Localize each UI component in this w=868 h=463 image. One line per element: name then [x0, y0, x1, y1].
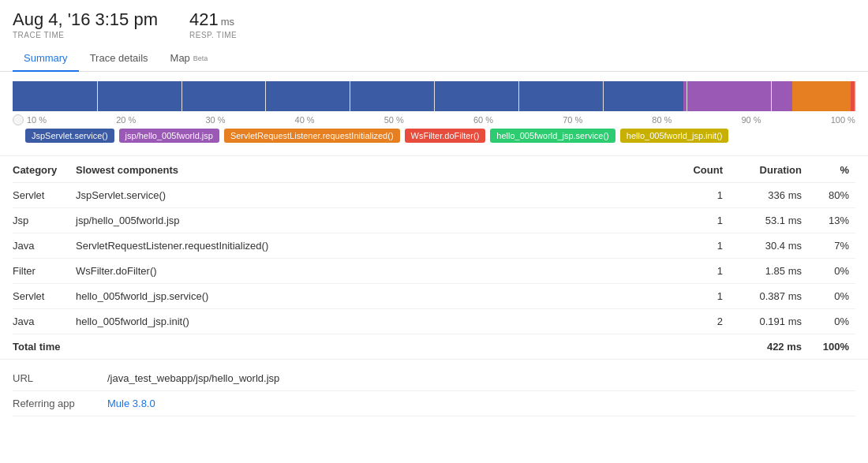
legend-item[interactable]: jsp/hello_005fworld.jsp: [119, 129, 219, 143]
cell-duration: 336 ms: [729, 183, 808, 208]
legend-item[interactable]: WsFilter.doFilter(): [405, 129, 486, 143]
axis-tick-10: 10 %: [27, 115, 47, 125]
total-count-empty: [666, 334, 729, 360]
cell-percent: 0%: [808, 309, 855, 334]
axis-tick-20: 20 %: [116, 115, 136, 125]
resp-time-unit: ms: [221, 16, 234, 28]
chart-area: 10 % 20 % 30 % 40 % 50 % 60 % 70 % 80 % …: [0, 72, 868, 155]
axis-tick-30: 30 %: [205, 115, 225, 125]
bar-track: [13, 81, 855, 111]
trace-time-label: TRACE TIME: [13, 31, 158, 39]
meta-row: URL/java_test_webapp/jsp/hello_world.jsp: [13, 366, 855, 391]
cell-duration: 1.85 ms: [729, 259, 808, 284]
cell-percent: 80%: [808, 183, 855, 208]
tab-trace-details[interactable]: Trace details: [79, 46, 159, 72]
resp-time-label: RESP. TIME: [189, 31, 237, 39]
cell-count: 1: [666, 208, 729, 233]
axis-tick-40: 40 %: [295, 115, 315, 125]
legend-item[interactable]: JspServlet.service(): [25, 129, 114, 143]
cell-percent: 0%: [808, 284, 855, 309]
cell-percent: 7%: [808, 233, 855, 259]
resp-time-number: 421: [189, 9, 219, 30]
th-percent: %: [808, 156, 855, 183]
table-row: Java ServletRequestListener.requestIniti…: [13, 233, 855, 259]
table-row: Java hello_005fworld_jsp.init() 2 0.191 …: [13, 309, 855, 334]
cell-component: jsp/hello_005fworld.jsp: [76, 208, 666, 233]
table-row: Filter WsFilter.doFilter() 1 1.85 ms 0%: [13, 259, 855, 284]
meta-section: URL/java_test_webapp/jsp/hello_world.jsp…: [0, 359, 868, 423]
meta-label: Referring app: [13, 398, 107, 409]
axis-tick-60: 60 %: [473, 115, 493, 125]
meta-value[interactable]: Mule 3.8.0: [107, 398, 155, 409]
cell-category: Jsp: [13, 208, 76, 233]
meta-value: /java_test_webapp/jsp/hello_world.jsp: [107, 372, 279, 384]
data-table: Category Slowest components Count Durati…: [13, 156, 855, 359]
total-percent: 100%: [808, 334, 855, 360]
cell-count: 1: [666, 183, 729, 208]
cell-count: 2: [666, 309, 729, 334]
cell-component: WsFilter.doFilter(): [76, 259, 666, 284]
bar-segment: [792, 81, 851, 111]
cell-count: 1: [666, 259, 729, 284]
cell-percent: 13%: [808, 208, 855, 233]
tab-summary[interactable]: Summary: [13, 46, 79, 72]
cell-count: 1: [666, 284, 729, 309]
legend-item[interactable]: hello_005fworld_jsp.init(): [620, 129, 729, 143]
th-count: Count: [666, 156, 729, 183]
trace-time-block: Aug 4, '16 3:15 pm TRACE TIME: [13, 9, 158, 39]
meta-label: URL: [13, 372, 107, 384]
axis-tick-100: 100 %: [831, 115, 855, 125]
total-label: Total time: [13, 334, 76, 360]
table-row: Jsp jsp/hello_005fworld.jsp 1 53.1 ms 13…: [13, 208, 855, 233]
cell-component: hello_005fworld_jsp.service(): [76, 284, 666, 309]
table-area: Category Slowest components Count Durati…: [0, 156, 868, 359]
cell-component: hello_005fworld_jsp.init(): [76, 309, 666, 334]
bar-segment: [13, 81, 683, 111]
table-row: Servlet hello_005fworld_jsp.service() 1 …: [13, 284, 855, 309]
cell-count: 1: [666, 233, 729, 259]
cell-category: Servlet: [13, 183, 76, 208]
table-row: Servlet JspServlet.service() 1 336 ms 80…: [13, 183, 855, 208]
bar-chart: 10 % 20 % 30 % 40 % 50 % 60 % 70 % 80 % …: [13, 81, 855, 121]
resp-time-block: 421 ms RESP. TIME: [189, 9, 237, 39]
th-duration: Duration: [729, 156, 808, 183]
bar-segment: [855, 81, 855, 111]
cell-duration: 0.191 ms: [729, 309, 808, 334]
axis-tick-90: 90 %: [742, 115, 761, 125]
axis-origin-circle: [13, 114, 24, 125]
cell-category: Java: [13, 233, 76, 259]
cell-duration: 0.387 ms: [729, 284, 808, 309]
th-component: Slowest components: [76, 156, 666, 183]
cell-category: Filter: [13, 259, 76, 284]
cell-duration: 30.4 ms: [729, 233, 808, 259]
trace-time-text: Aug 4, '16 3:15 pm: [13, 9, 158, 30]
cell-component: ServletRequestListener.requestInitialize…: [76, 233, 666, 259]
tab-map[interactable]: MapBeta: [159, 46, 219, 72]
total-empty: [76, 334, 666, 360]
cell-category: Servlet: [13, 284, 76, 309]
total-row: Total time 422 ms 100%: [13, 334, 855, 360]
axis-tick-80: 80 %: [652, 115, 672, 125]
th-category: Category: [13, 156, 76, 183]
meta-row: Referring appMule 3.8.0: [13, 391, 855, 416]
cell-component: JspServlet.service(): [76, 183, 666, 208]
cell-percent: 0%: [808, 259, 855, 284]
axis-tick-70: 70 %: [563, 115, 582, 125]
total-duration: 422 ms: [729, 334, 808, 360]
legend-item[interactable]: hello_005fworld_jsp.service(): [490, 129, 615, 143]
legend: JspServlet.service()jsp/hello_005fworld.…: [13, 121, 855, 155]
tabs: Summary Trace details MapBeta: [0, 46, 868, 72]
cell-duration: 53.1 ms: [729, 208, 808, 233]
cell-category: Java: [13, 309, 76, 334]
trace-time-value: Aug 4, '16 3:15 pm: [13, 9, 158, 30]
legend-item[interactable]: ServletRequestListener.requestInitialize…: [224, 129, 400, 143]
axis-tick-50: 50 %: [384, 115, 404, 125]
resp-time-value: 421 ms: [189, 9, 237, 30]
bar-segment: [683, 81, 792, 111]
header: Aug 4, '16 3:15 pm TRACE TIME 421 ms RES…: [0, 0, 868, 46]
